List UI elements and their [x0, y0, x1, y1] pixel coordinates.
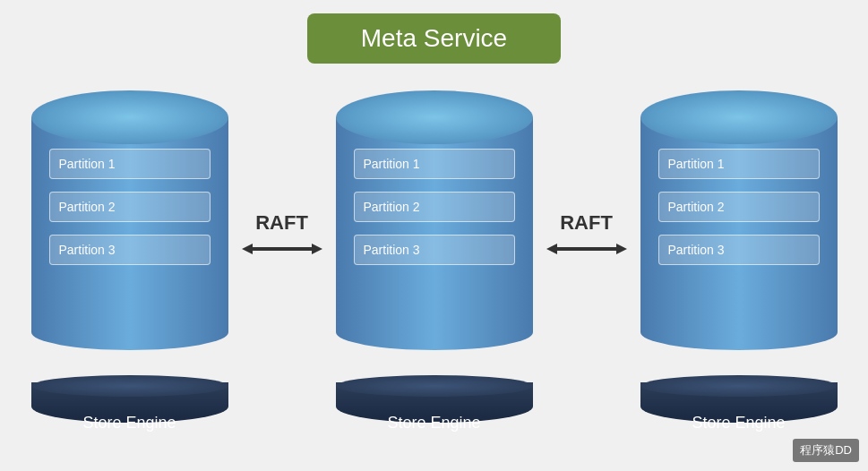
store-engine-3-label: Store Engine — [692, 414, 785, 432]
store-engine-1-label: Store Engine — [82, 414, 176, 432]
watermark: 程序猿DD — [793, 439, 859, 462]
store-engine-2-label: Store Engine — [387, 414, 480, 432]
disk-2-top — [336, 375, 533, 397]
partition-1-3: Partition 3 — [49, 235, 211, 265]
cylinder-3: Partition 1 Partition 2 Partition 3 — [640, 90, 838, 368]
partition-3-1: Partition 1 — [658, 149, 820, 179]
raft-arrow-2: RAFT — [533, 211, 640, 258]
partition-2-3: Partition 3 — [354, 235, 515, 265]
raft-label-1: RAFT — [255, 211, 308, 235]
raft-label-2: RAFT — [560, 211, 613, 235]
disk-3-top — [640, 375, 838, 397]
partition-3-3: Partition 3 — [658, 235, 820, 265]
node-2: Partition 1 Partition 2 Partition 3 Stor… — [336, 90, 533, 432]
svg-rect-4 — [555, 247, 618, 251]
cylinder-3-partitions: Partition 1 Partition 2 Partition 3 — [658, 149, 820, 265]
cylinder-2-top — [336, 90, 533, 144]
svg-marker-2 — [312, 244, 322, 254]
store-engine-1-wrapper: Store Engine — [31, 375, 228, 432]
cylinder-1: Partition 1 Partition 2 Partition 3 — [31, 90, 228, 368]
meta-service-box: Meta Service — [307, 13, 561, 64]
cylinder-1-partitions: Partition 1 Partition 2 Partition 3 — [49, 149, 211, 265]
partition-3-2: Partition 2 — [658, 192, 820, 222]
svg-marker-5 — [616, 244, 627, 254]
cylinder-1-top — [31, 90, 228, 144]
node-3: Partition 1 Partition 2 Partition 3 Stor… — [640, 90, 838, 432]
watermark-text: 程序猿DD — [800, 443, 852, 457]
store-engine-2-wrapper: Store Engine — [336, 375, 533, 432]
diagram-container: Meta Service Partition 1 Partition 2 Par… — [0, 0, 868, 471]
store-engine-3-wrapper: Store Engine — [640, 375, 838, 432]
partition-2-2: Partition 2 — [354, 192, 515, 222]
raft-arrow-1-svg — [242, 240, 322, 258]
partition-1-1: Partition 1 — [49, 149, 211, 179]
cylinder-2: Partition 1 Partition 2 Partition 3 — [336, 90, 533, 368]
meta-service-label: Meta Service — [361, 24, 507, 52]
partition-2-1: Partition 1 — [354, 149, 515, 179]
nodes-row: Partition 1 Partition 2 Partition 3 Stor… — [0, 90, 868, 432]
disk-1-top — [31, 375, 228, 397]
raft-arrow-1: RAFT — [228, 211, 336, 258]
svg-rect-1 — [251, 247, 314, 251]
node-1: Partition 1 Partition 2 Partition 3 Stor… — [31, 90, 228, 432]
cylinder-3-top — [640, 90, 838, 144]
partition-1-2: Partition 2 — [49, 192, 211, 222]
raft-arrow-2-svg — [546, 240, 627, 258]
cylinder-2-partitions: Partition 1 Partition 2 Partition 3 — [354, 149, 515, 265]
